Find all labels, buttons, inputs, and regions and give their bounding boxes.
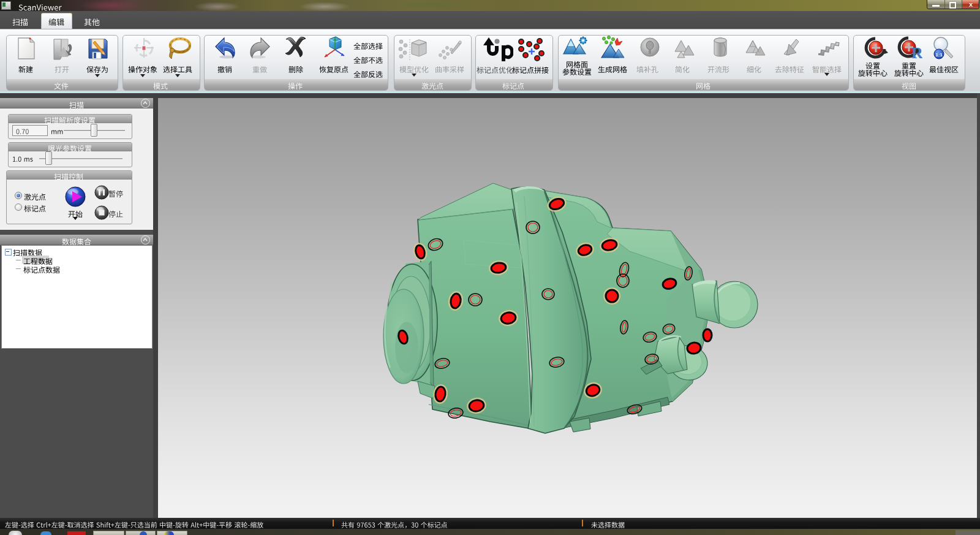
svg-text:R: R [911,44,922,59]
svg-text:1:1: 1:1 [935,52,943,58]
